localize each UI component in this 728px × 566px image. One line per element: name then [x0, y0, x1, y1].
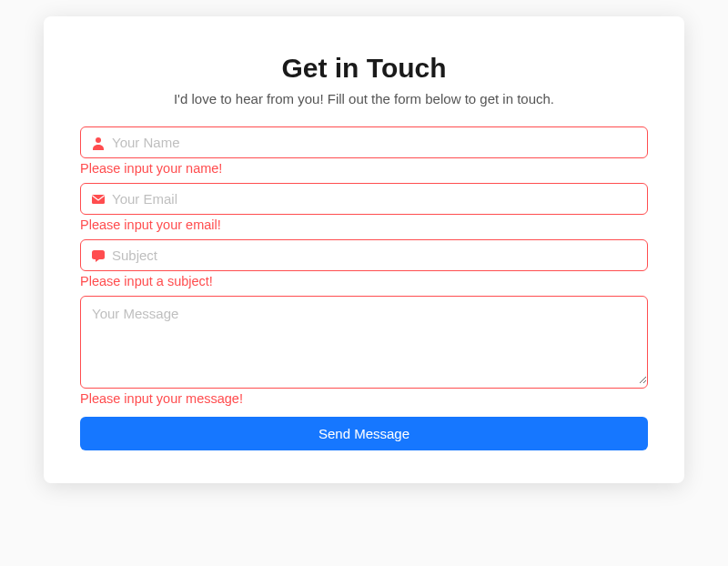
message-textarea-wrap[interactable]: [80, 296, 648, 389]
page-subtitle: I'd love to hear from you! Fill out the …: [80, 91, 648, 106]
form-item-email: Please input your email!: [80, 183, 648, 232]
form-item-message: Please input your message!: [80, 296, 648, 406]
mail-icon: [91, 192, 106, 207]
email-input-wrap[interactable]: [80, 183, 648, 215]
message-icon: [91, 248, 106, 263]
form-item-name: Please input your name!: [80, 126, 648, 176]
name-input[interactable]: [112, 135, 637, 150]
message-textarea[interactable]: [81, 297, 647, 384]
form-item-subject: Please input a subject!: [80, 239, 648, 288]
subject-input-wrap[interactable]: [80, 239, 648, 271]
send-message-button[interactable]: Send Message: [80, 417, 648, 450]
svg-rect-2: [92, 250, 105, 259]
page-title: Get in Touch: [80, 53, 648, 84]
svg-point-0: [96, 137, 101, 143]
email-error: Please input your email!: [80, 217, 648, 232]
name-error: Please input your name!: [80, 161, 648, 176]
subject-error: Please input a subject!: [80, 274, 648, 288]
name-input-wrap[interactable]: [80, 126, 648, 158]
contact-card: Get in Touch I'd love to hear from you! …: [44, 16, 684, 483]
user-icon: [91, 136, 106, 150]
email-input[interactable]: [112, 191, 637, 207]
message-error: Please input your message!: [80, 391, 648, 406]
subject-input[interactable]: [112, 248, 637, 263]
